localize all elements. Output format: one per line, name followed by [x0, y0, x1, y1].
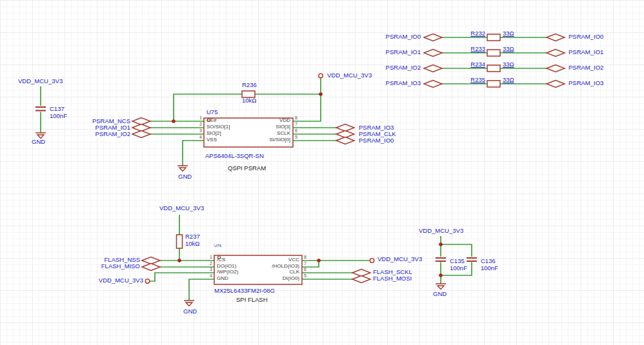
flash-pin-name: GND	[217, 275, 228, 281]
flash-part-number: MX25L6433FM2I-08G	[214, 288, 275, 294]
psram-pin-number: 1	[194, 115, 202, 121]
net-label-psram-io0: PSRAM_IO0	[359, 137, 394, 144]
port-flash-miso[interactable]	[142, 264, 160, 271]
cap-c137-plates[interactable]	[35, 107, 46, 111]
psram-pin-number: 4	[194, 135, 202, 140]
wire-flash-vcc[interactable]	[302, 261, 370, 267]
port-row2-left[interactable]	[424, 50, 442, 57]
junction-dot	[439, 242, 443, 246]
c135-ref: C135	[450, 258, 465, 264]
power-label-vdd: VDD_MCU_3V3	[327, 72, 372, 79]
r232-ref: R232	[456, 30, 485, 37]
psram-pin-name: SIO[2]	[206, 130, 221, 136]
flash-ref: U76	[214, 244, 221, 248]
gnd-symbol-capbank[interactable]	[436, 284, 446, 290]
power-label-vdd: VDD_MCU_3V3	[419, 228, 463, 234]
psram-pin-number: 6	[295, 128, 297, 133]
net-label-flash-mosi: FLASH_MOSI	[373, 275, 412, 282]
psram-pin-number: 3	[194, 128, 202, 133]
r236-ref: R236	[242, 82, 257, 88]
port-row1-right[interactable]	[547, 34, 565, 41]
net-label-row-left: PSRAM_IO1	[368, 49, 421, 55]
resistor-r234-body[interactable]	[487, 65, 500, 72]
psram-pin-number: 2	[194, 122, 202, 127]
flash-pin-name: DI(IO0)	[248, 275, 299, 281]
wire-psram-vss[interactable]	[183, 141, 204, 166]
port-row4-left[interactable]	[424, 81, 442, 88]
net-label-row-right: PSRAM_IO0	[569, 34, 603, 40]
junction-dot	[319, 92, 323, 96]
psram-pin-name: SI/SIO[0]	[239, 137, 290, 143]
cap-c136-plates[interactable]	[467, 258, 477, 261]
psram-ref: U75	[206, 109, 217, 115]
psram-pin-number: 8	[295, 115, 297, 121]
gnd-symbol-psram[interactable]	[177, 166, 188, 172]
resistor-r233-body[interactable]	[487, 50, 500, 56]
schematic-graphics	[0, 0, 644, 345]
junction-dot	[177, 259, 181, 262]
port-row3-right[interactable]	[547, 65, 565, 72]
vdd-circle-flash-right[interactable]	[370, 259, 374, 262]
r233-value: 33Ω	[503, 46, 514, 52]
port-psram-io2[interactable]	[132, 131, 150, 138]
flash-pin-name: /WP(IO2)	[217, 269, 238, 275]
net-label-row-left: PSRAM_IO0	[368, 34, 421, 40]
net-label-row-right: PSRAM_IO2	[569, 64, 603, 71]
vdd-circle-flash-left[interactable]	[145, 279, 149, 283]
flash-pin-name: /CS	[217, 257, 225, 262]
port-row1-left[interactable]	[424, 34, 442, 41]
r234-value: 33Ω	[503, 61, 514, 68]
port-row3-left[interactable]	[424, 65, 442, 72]
flash-pin-name: /HOLD(IO3)	[248, 263, 299, 269]
psram-pin-name: SO/SIO[1]	[206, 124, 230, 130]
port-row4-right[interactable]	[547, 81, 565, 88]
gnd-label: GND	[178, 173, 192, 180]
c137-ref: C137	[50, 106, 65, 112]
wire-flash-gnd[interactable]	[189, 279, 214, 301]
power-label-vdd: VDD_MCU_3V3	[18, 78, 63, 84]
flash-pin-number: 1	[204, 255, 212, 260]
flash-pin-number: 6	[304, 267, 307, 272]
psram-part-number: APS6404L-3SQR-SN	[205, 153, 264, 159]
junction-dot	[172, 119, 176, 123]
r237-value: 10kΩ	[185, 241, 199, 247]
flash-pin-name: CLK	[248, 269, 299, 275]
schematic-canvas: VDD_MCU_3V3 C137 100nF GND PSRAM_NCS PSR…	[0, 0, 644, 345]
net-label-flash-miso: FLASH_MISO	[87, 263, 140, 270]
net-label-row-left: PSRAM_IO3	[368, 80, 421, 86]
wire-flash-right-nets[interactable]	[302, 273, 352, 279]
port-row2-right[interactable]	[547, 50, 565, 57]
r233-ref: R233	[456, 46, 485, 52]
psram-title: QSPI PSRAM	[228, 165, 266, 172]
gnd-label: GND	[183, 308, 197, 315]
junction-dot	[317, 259, 321, 262]
power-label-vdd: VDD_MCU_3V3	[159, 205, 204, 212]
r235-value: 33Ω	[503, 77, 514, 83]
r236-value: 10kΩ	[242, 97, 256, 104]
c136-value: 100nF	[481, 265, 498, 271]
wire-psram-right-nets[interactable]	[293, 128, 336, 141]
resistor-r235-body[interactable]	[487, 81, 500, 87]
resistor-r232-body[interactable]	[487, 34, 500, 41]
net-label-row-right: PSRAM_IO3	[569, 80, 603, 86]
psram-pin-number: 5	[295, 135, 297, 140]
r234-ref: R234	[456, 61, 485, 68]
flash-pin-number: 2	[204, 261, 212, 266]
net-label-row-right: PSRAM_IO1	[569, 49, 603, 55]
flash-pin-number: 4	[204, 273, 212, 279]
power-label-vdd: VDD_MCU_3V3	[90, 277, 143, 284]
gnd-symbol-flash[interactable]	[184, 301, 194, 306]
psram-pin-name: VDD	[239, 117, 290, 123]
psram-pin-name: SCLK	[239, 130, 290, 136]
net-label-psram-io2: PSRAM_IO2	[77, 131, 130, 137]
psram-pin-number: 7	[295, 122, 297, 127]
flash-pin-name: VCC	[248, 257, 299, 262]
flash-title: SPI FLASH	[236, 297, 268, 303]
c137-value: 100nF	[50, 113, 67, 119]
port-flash-mosi[interactable]	[352, 276, 370, 283]
port-psram-io0[interactable]	[336, 137, 354, 144]
flash-pin-number: 8	[304, 255, 307, 260]
resistor-r237-body[interactable]	[177, 235, 183, 248]
cap-c135-plates[interactable]	[436, 258, 446, 261]
vdd-circle-psram[interactable]	[319, 74, 323, 77]
